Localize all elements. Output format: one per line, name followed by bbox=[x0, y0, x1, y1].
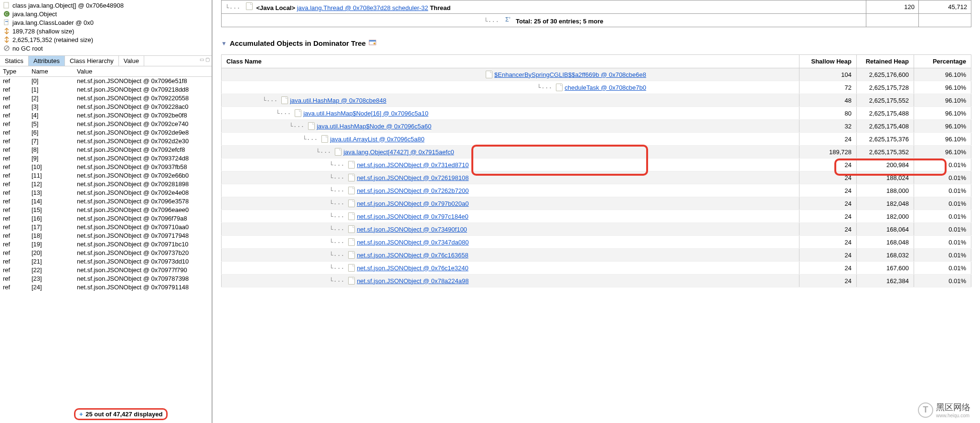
action-icon[interactable] bbox=[369, 39, 376, 48]
class-label: class java.lang.Object[] @ 0x706e48908 bbox=[12, 2, 124, 9]
dominator-row[interactable]: └··· java.util.HashMap$Node[16] @ 0x7096… bbox=[222, 107, 971, 120]
attribute-row[interactable]: ref[6]net.sf.json.JSONObject @ 0x7092de9… bbox=[0, 128, 212, 137]
attribute-row[interactable]: ref[16]net.sf.json.JSONObject @ 0x7096f7… bbox=[0, 214, 212, 223]
object-link[interactable]: net.sf.json.JSONObject @ 0x73490f100 bbox=[357, 226, 467, 233]
dominator-row[interactable]: └··· java.util.HashMap @ 0x708cbe848482,… bbox=[222, 94, 971, 107]
file-icon bbox=[348, 200, 355, 207]
attribute-row[interactable]: ref[17]net.sf.json.JSONObject @ 0x709710… bbox=[0, 223, 212, 232]
attribute-row[interactable]: ref[7]net.sf.json.JSONObject @ 0x7092d2e… bbox=[0, 137, 212, 146]
object-link[interactable]: java.util.ArrayList @ 0x7096c5a80 bbox=[330, 136, 424, 143]
col-pct[interactable]: Percentage bbox=[914, 55, 971, 68]
displayed-count-label: 25 out of 47,427 displayed bbox=[85, 411, 162, 418]
dominator-row[interactable]: └··· net.sf.json.JSONObject @ 0x76c16365… bbox=[222, 249, 971, 262]
dominator-row[interactable]: └··· java.util.ArrayList @ 0x7096c5a8024… bbox=[222, 133, 971, 146]
attr-value: net.sf.json.JSONObject @ 0x709791148 bbox=[77, 283, 209, 292]
col-retained[interactable]: Retained Heap bbox=[857, 55, 914, 68]
table-row[interactable]: └··· Σ+ Total: 25 of 30 entries; 5 more bbox=[222, 14, 971, 27]
pct-cell: 0.01% bbox=[914, 275, 971, 287]
attr-value: net.sf.json.JSONObject @ 0x7096e51f8 bbox=[77, 77, 209, 85]
object-link[interactable]: java.lang.Object[47427] @ 0x7915aefc0 bbox=[343, 148, 454, 156]
attribute-row[interactable]: ref[23]net.sf.json.JSONObject @ 0x709787… bbox=[0, 275, 212, 283]
object-link[interactable]: $EnhancerBySpringCGLIB$$a2ff669b @ 0x708… bbox=[494, 71, 646, 78]
object-link[interactable]: net.sf.json.JSONObject @ 0x78a224a98 bbox=[357, 277, 469, 285]
attribute-row[interactable]: ref[9]net.sf.json.JSONObject @ 0x7093724… bbox=[0, 154, 212, 163]
tab-value[interactable]: Value bbox=[119, 56, 144, 66]
attr-name: [7] bbox=[32, 137, 77, 146]
dominator-row[interactable]: └··· net.sf.json.JSONObject @ 0x7262b720… bbox=[222, 184, 971, 197]
attribute-row[interactable]: ref[3]net.sf.json.JSONObject @ 0x709228a… bbox=[0, 103, 212, 111]
object-link[interactable]: cheduleTask @ 0x708cbe7b0 bbox=[565, 84, 646, 91]
dominator-row[interactable]: └··· net.sf.json.JSONObject @ 0x73490f10… bbox=[222, 223, 971, 236]
attr-value: net.sf.json.JSONObject @ 0x709787398 bbox=[77, 275, 209, 283]
displayed-count-box[interactable]: + 25 out of 47,427 displayed bbox=[74, 408, 168, 420]
collapse-icon[interactable]: ▼ bbox=[221, 40, 227, 47]
pane-controls-icon[interactable]: ▭ ▢ bbox=[200, 57, 210, 62]
attribute-row[interactable]: ref[10]net.sf.json.JSONObject @ 0x70937f… bbox=[0, 163, 212, 171]
col-type[interactable]: Type bbox=[0, 66, 29, 76]
attribute-row[interactable]: ref[15]net.sf.json.JSONObject @ 0x7096ea… bbox=[0, 206, 212, 214]
attribute-row[interactable]: ref[5]net.sf.json.JSONObject @ 0x7092ce7… bbox=[0, 120, 212, 128]
dominator-row[interactable]: └··· net.sf.json.JSONObject @ 0x7347da08… bbox=[222, 236, 971, 249]
attribute-row[interactable]: ref[21]net.sf.json.JSONObject @ 0x70973d… bbox=[0, 257, 212, 266]
attribute-row[interactable]: ref[12]net.sf.json.JSONObject @ 0x709281… bbox=[0, 180, 212, 189]
object-link[interactable]: net.sf.json.JSONObject @ 0x726198108 bbox=[357, 174, 469, 181]
attr-value: net.sf.json.JSONObject @ 0x70973dd10 bbox=[77, 257, 209, 266]
object-link[interactable]: net.sf.json.JSONObject @ 0x7347da080 bbox=[357, 239, 469, 246]
object-link[interactable]: net.sf.json.JSONObject @ 0x797b020a0 bbox=[357, 200, 469, 207]
attr-value: net.sf.json.JSONObject @ 0x7092ce740 bbox=[77, 120, 209, 128]
tab-attributes[interactable]: Attributes bbox=[29, 56, 65, 66]
attribute-row[interactable]: ref[4]net.sf.json.JSONObject @ 0x7092be0… bbox=[0, 111, 212, 120]
dominator-row[interactable]: └··· cheduleTask @ 0x708cbe7b0722,625,17… bbox=[222, 81, 971, 94]
attribute-row[interactable]: ref[8]net.sf.json.JSONObject @ 0x7092efc… bbox=[0, 146, 212, 154]
attribute-row[interactable]: ref[0]net.sf.json.JSONObject @ 0x7096e51… bbox=[0, 77, 212, 85]
tab-bar: Statics Attributes Class Hierarchy Value… bbox=[0, 55, 212, 66]
col-value[interactable]: Value bbox=[74, 66, 212, 76]
attribute-row[interactable]: ref[14]net.sf.json.JSONObject @ 0x7096e3… bbox=[0, 197, 212, 206]
shallow-cell: 48 bbox=[799, 94, 857, 107]
dominator-row[interactable]: └··· net.sf.json.JSONObject @ 0x797c184e… bbox=[222, 210, 971, 223]
dominator-row[interactable]: $EnhancerBySpringCGLIB$$a2ff669b @ 0x708… bbox=[222, 68, 971, 81]
col-class-name[interactable]: Class Name bbox=[222, 55, 799, 68]
object-link[interactable]: net.sf.json.JSONObject @ 0x76c1e3240 bbox=[357, 264, 469, 272]
dominator-row[interactable]: └··· net.sf.json.JSONObject @ 0x76c1e324… bbox=[222, 262, 971, 275]
dominator-row[interactable]: └··· net.sf.json.JSONObject @ 0x78a224a9… bbox=[222, 275, 971, 287]
section-title[interactable]: ▼ Accumulated Objects in Dominator Tree bbox=[221, 39, 971, 48]
file-icon bbox=[321, 135, 328, 143]
object-link[interactable]: net.sf.json.JSONObject @ 0x7262b7200 bbox=[357, 187, 469, 194]
attr-value: net.sf.json.JSONObject @ 0x7092efcf8 bbox=[77, 146, 209, 154]
object-link[interactable]: java.util.HashMap$Node @ 0x7096c5a60 bbox=[317, 123, 431, 130]
object-link[interactable]: net.sf.json.JSONObject @ 0x731ed8710 bbox=[357, 161, 469, 169]
thread-link[interactable]: java.lang.Thread @ 0x708e37d28 scheduler… bbox=[297, 4, 428, 11]
attribute-row[interactable]: ref[11]net.sf.json.JSONObject @ 0x7092e6… bbox=[0, 171, 212, 180]
object-link[interactable]: java.util.HashMap @ 0x708cbe848 bbox=[290, 97, 386, 104]
attribute-row[interactable]: ref[22]net.sf.json.JSONObject @ 0x70977f… bbox=[0, 266, 212, 275]
object-link[interactable]: net.sf.json.JSONObject @ 0x76c163658 bbox=[357, 252, 469, 259]
shallow-cell: 189,728 bbox=[799, 146, 857, 159]
attr-type: ref bbox=[3, 206, 32, 214]
shallow-size-icon bbox=[3, 27, 11, 35]
dominator-row[interactable]: └··· java.lang.Object[47427] @ 0x7915aef… bbox=[222, 146, 971, 159]
tab-class-hierarchy[interactable]: Class Hierarchy bbox=[65, 56, 119, 66]
attribute-row[interactable]: ref[2]net.sf.json.JSONObject @ 0x7092205… bbox=[0, 94, 212, 103]
shallow-cell: 24 bbox=[799, 184, 857, 197]
dominator-row[interactable]: └··· java.util.HashMap$Node @ 0x7096c5a6… bbox=[222, 120, 971, 133]
retained-cell: 182,048 bbox=[857, 197, 914, 210]
pct-cell: 96.10% bbox=[914, 120, 971, 133]
tab-statics[interactable]: Statics bbox=[0, 56, 29, 66]
object-link[interactable]: net.sf.json.JSONObject @ 0x797c184e0 bbox=[357, 213, 469, 220]
svg-point-11 bbox=[373, 42, 375, 44]
col-shallow[interactable]: Shallow Heap bbox=[799, 55, 857, 68]
dominator-row[interactable]: └··· net.sf.json.JSONObject @ 0x72619810… bbox=[222, 171, 971, 184]
col-name[interactable]: Name bbox=[29, 66, 74, 76]
attribute-row[interactable]: ref[19]net.sf.json.JSONObject @ 0x70971b… bbox=[0, 240, 212, 249]
attribute-row[interactable]: ref[1]net.sf.json.JSONObject @ 0x709218d… bbox=[0, 85, 212, 94]
attribute-row[interactable]: ref[20]net.sf.json.JSONObject @ 0x709737… bbox=[0, 249, 212, 257]
object-link[interactable]: java.util.HashMap$Node[16] @ 0x7096c5a10 bbox=[303, 110, 428, 117]
dominator-row[interactable]: └··· net.sf.json.JSONObject @ 0x731ed871… bbox=[222, 159, 971, 171]
attribute-row[interactable]: ref[18]net.sf.json.JSONObject @ 0x709717… bbox=[0, 232, 212, 240]
attribute-row[interactable]: ref[13]net.sf.json.JSONObject @ 0x7092e4… bbox=[0, 189, 212, 197]
table-row[interactable]: └··· <Java Local> java.lang.Thread @ 0x7… bbox=[222, 0, 971, 14]
attr-value: net.sf.json.JSONObject @ 0x7092d2e30 bbox=[77, 137, 209, 146]
dominator-row[interactable]: └··· net.sf.json.JSONObject @ 0x797b020a… bbox=[222, 197, 971, 210]
attribute-row[interactable]: ref[24]net.sf.json.JSONObject @ 0x709791… bbox=[0, 283, 212, 292]
